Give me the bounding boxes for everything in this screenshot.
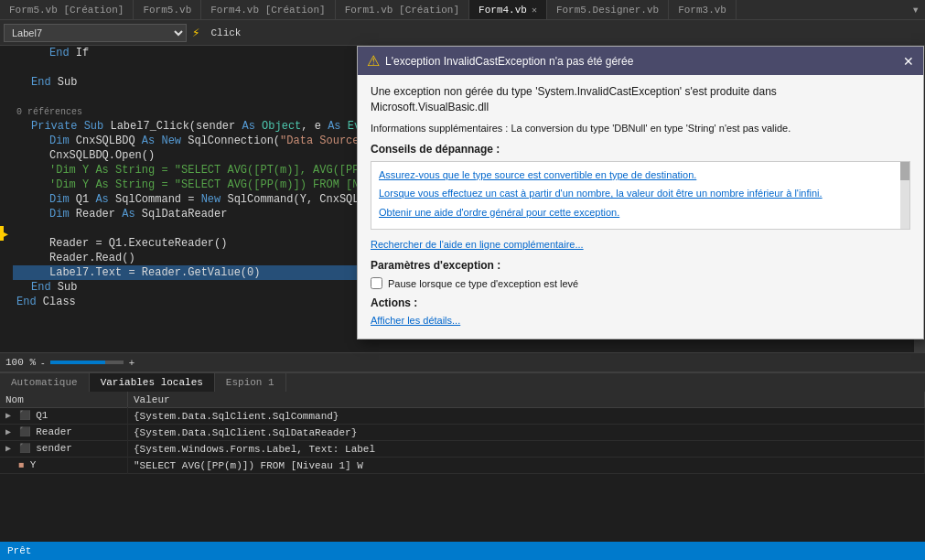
event-label: Click	[205, 26, 246, 40]
tab-espion[interactable]: Espion 1	[215, 373, 286, 392]
row-value: "SELECT AVG([PP(m)]) FROM [Niveau 1] W	[128, 458, 925, 474]
col-valeur-header: Valeur	[128, 392, 925, 407]
row-value: {System.Windows.Forms.Label, Text: Label	[128, 441, 925, 458]
zoom-bar: 100 % - +	[0, 352, 925, 372]
lightning-icon: ⚡	[192, 25, 199, 40]
tip-link-2[interactable]: Lorsque vous effectuez un cast à partir …	[379, 186, 897, 201]
code-toolbar: Label7 ⚡ Click	[0, 20, 925, 46]
expand-icon[interactable]: ▶	[5, 427, 11, 437]
tips-title: Conseils de dépannage :	[371, 143, 910, 156]
tip-link-3[interactable]: Obtenir une aide d'ordre général pour ce…	[379, 205, 897, 221]
locals-header: Nom Valeur	[0, 392, 925, 408]
actions-section: Actions : Afficher les détails...	[371, 296, 910, 326]
dialog-title-bar: ⚠ L'exception InvalidCastException n'a p…	[358, 47, 923, 75]
zoom-increase-button[interactable]: +	[129, 357, 134, 368]
expand-icon[interactable]: ▶	[5, 411, 11, 421]
locals-row[interactable]: ▶ ⬛ Q1 {System.Data.SqlClient.SqlCommand…	[0, 408, 925, 425]
params-section: Paramètres d'exception : Pause lorsque c…	[371, 259, 910, 289]
dialog-title: L'exception InvalidCastException n'a pas…	[385, 55, 633, 68]
tips-scrollbar[interactable]	[900, 162, 909, 230]
tab-form3[interactable]: Form3.vb	[669, 0, 737, 20]
tab-form5-designer[interactable]: Form5.Designer.vb	[547, 0, 669, 20]
locals-table: Nom Valeur ▶ ⬛ Q1 {System.Data.SqlClient…	[0, 392, 925, 482]
tab-variables-locales[interactable]: Variables locales	[90, 373, 215, 392]
tab-form1-creation[interactable]: Form1.vb [Création]	[336, 0, 469, 20]
expand-icon[interactable]: ▶	[5, 444, 11, 454]
exception-info-text: Informations supplémentaires : La conver…	[371, 123, 910, 134]
actions-title: Actions :	[371, 296, 910, 309]
object-dropdown[interactable]: Label7	[4, 24, 187, 42]
cube-icon: ⬛	[19, 411, 30, 421]
locals-tabs: Automatique Variables locales Espion 1	[0, 373, 925, 392]
search-help-link[interactable]: Rechercher de l'aide en ligne complément…	[371, 239, 910, 250]
tab-overflow-button[interactable]: ▾	[907, 2, 925, 17]
dialog-title-text: ⚠ L'exception InvalidCastException n'a p…	[367, 52, 633, 70]
tab-close-icon[interactable]: ✕	[532, 5, 537, 16]
row-value: {System.Data.SqlClient.SqlCommand}	[128, 408, 925, 425]
cube-icon: ⬛	[19, 444, 30, 454]
exception-type-text: Une exception non gérée du type 'System.…	[371, 84, 910, 115]
tip-link-1[interactable]: Assurez-vous que le type source est conv…	[379, 167, 897, 183]
tab-bar: Form5.vb [Création] Form5.vb Form4.vb [C…	[0, 0, 925, 20]
locals-row[interactable]: ◼ Y "SELECT AVG([PP(m)]) FROM [Niveau 1]…	[0, 458, 925, 474]
status-bar: Prêt	[0, 542, 925, 560]
tab-form4-creation[interactable]: Form4.vb [Création]	[201, 0, 335, 20]
arrow-icon: ▶	[3, 229, 8, 240]
tab-form5[interactable]: Form5.vb	[134, 0, 201, 20]
cube-small-icon: ◼	[18, 460, 24, 470]
show-details-link[interactable]: Afficher les détails...	[371, 315, 910, 326]
locals-row[interactable]: ▶ ⬛ Reader {System.Data.SqlClient.SqlDat…	[0, 425, 925, 441]
dialog-close-button[interactable]: ✕	[903, 54, 914, 69]
pause-checkbox-row: Pause lorsque ce type d'exception est le…	[371, 277, 910, 289]
cube-icon: ⬛	[19, 427, 30, 437]
locals-panel: Automatique Variables locales Espion 1 N…	[0, 372, 925, 482]
pause-checkbox[interactable]	[371, 277, 382, 289]
tips-scrollbar-thumb	[900, 162, 909, 180]
zoom-level: 100 %	[5, 357, 36, 368]
exception-dialog: ⚠ L'exception InvalidCastException n'a p…	[357, 46, 924, 339]
dialog-body: Une exception non gérée du type 'System.…	[358, 75, 923, 339]
gutter: ▶	[0, 46, 13, 352]
tab-form5-creation[interactable]: Form5.vb [Création]	[0, 0, 134, 20]
tab-form4[interactable]: Form4.vb ✕	[469, 0, 547, 20]
params-title: Paramètres d'exception :	[371, 259, 910, 272]
col-nom-header: Nom	[0, 392, 128, 407]
status-text: Prêt	[7, 545, 31, 556]
row-value: {System.Data.SqlClient.SqlDataReader}	[128, 425, 925, 441]
pause-checkbox-label: Pause lorsque ce type d'exception est le…	[388, 278, 578, 289]
zoom-decrease-button[interactable]: -	[41, 357, 45, 368]
tips-box[interactable]: Assurez-vous que le type source est conv…	[371, 161, 910, 231]
warning-icon: ⚠	[367, 52, 380, 70]
locals-row[interactable]: ▶ ⬛ sender {System.Windows.Forms.Label, …	[0, 441, 925, 458]
zoom-slider[interactable]	[50, 361, 124, 364]
tab-automatique[interactable]: Automatique	[0, 373, 90, 392]
